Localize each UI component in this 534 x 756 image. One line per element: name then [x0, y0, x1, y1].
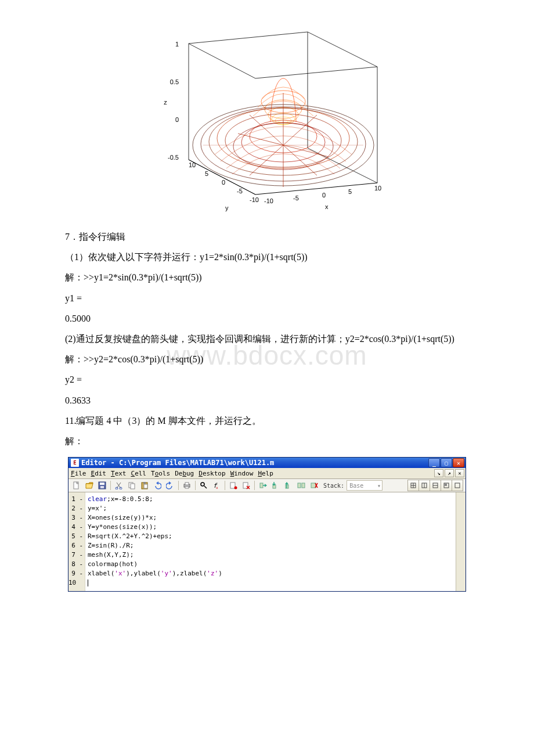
maximize-button[interactable]: ▢ — [441, 458, 452, 467]
surface-plot: 1 0.5 0 -0.5 z 10 5 0 -5 -10 y -10 -5 0 … — [134, 17, 400, 215]
toolbar: fx Stack: Base▾ — [68, 479, 466, 492]
svg-point-57 — [201, 483, 204, 486]
line-gutter: 1 -2 -3 -4 -5 -6 -7 -8 -9 -10 — [68, 492, 85, 591]
q7-1-out-name: y1 = — [46, 288, 488, 308]
svg-text:-5: -5 — [237, 188, 243, 195]
svg-rect-41 — [100, 483, 104, 485]
menu-text[interactable]: Text — [111, 470, 127, 477]
svg-text:0: 0 — [175, 116, 179, 123]
step-in-icon[interactable] — [270, 480, 282, 491]
layout-2-icon[interactable] — [419, 480, 430, 491]
svg-line-58 — [204, 486, 207, 488]
svg-rect-55 — [185, 483, 189, 485]
svg-rect-66 — [260, 483, 263, 488]
svg-text:0.5: 0.5 — [170, 78, 179, 85]
layout-4-icon[interactable] — [441, 480, 452, 491]
svg-text:-0.5: -0.5 — [168, 154, 179, 161]
editor-body: 1 -2 -3 -4 -5 -6 -7 -8 -9 -10 clear;x=-8… — [68, 492, 466, 591]
svg-rect-48 — [131, 484, 135, 489]
paste-icon[interactable] — [139, 480, 150, 491]
svg-text:5: 5 — [348, 188, 352, 195]
menu-edit[interactable]: Edit — [91, 470, 107, 477]
print-icon[interactable] — [181, 480, 193, 491]
heading-11: 11.编写题 4 中（3）的 M 脚本文件，并运行之。 — [46, 411, 488, 431]
undock-button[interactable]: ↗ — [445, 469, 454, 477]
svg-rect-63 — [243, 483, 248, 488]
menu-window[interactable]: Window — [230, 470, 254, 477]
svg-text:1: 1 — [175, 41, 179, 48]
new-file-icon[interactable] — [71, 480, 82, 491]
svg-rect-51 — [144, 484, 147, 488]
q7-1-out-val: 0.5000 — [46, 308, 488, 329]
menu-desktop[interactable]: Desktop — [199, 470, 225, 477]
q7-2-out-name: y2 = — [46, 369, 488, 390]
svg-text:0: 0 — [322, 192, 326, 199]
svg-text:10: 10 — [189, 161, 196, 168]
q7-1: （1）依次键入以下字符并运行：y1=2*sin(0.3*pi)/(1+sqrt(… — [46, 247, 488, 267]
svg-text:-10: -10 — [250, 196, 259, 203]
heading-7: 7．指令行编辑 — [46, 226, 488, 247]
window-title: Editor - C:\Program Files\MATLAB71\work\… — [81, 459, 428, 467]
run-icon[interactable] — [295, 480, 307, 491]
function-icon[interactable]: fx — [211, 480, 222, 491]
step-out-icon[interactable] — [283, 480, 294, 491]
svg-rect-73 — [302, 483, 305, 488]
open-file-icon[interactable] — [84, 480, 95, 491]
q11-sol: 解： — [46, 431, 488, 451]
title-bar[interactable]: E Editor - C:\Program Files\MATLAB71\wor… — [68, 458, 466, 468]
tab-close-button[interactable]: ✕ — [455, 469, 464, 477]
svg-rect-50 — [143, 482, 146, 484]
q7-2-sol: 解：>>y2=2*cos(0.3*pi)/(1+sqrt(5)) — [46, 349, 488, 369]
layout-5-icon[interactable] — [452, 480, 463, 491]
svg-text:-5: -5 — [293, 195, 299, 201]
copy-icon[interactable] — [126, 480, 138, 491]
menu-debug[interactable]: Debug — [175, 470, 194, 477]
clear-breakpoint-icon[interactable] — [240, 480, 252, 491]
exit-debug-icon[interactable] — [308, 480, 320, 491]
stack-label: Stack: — [323, 483, 344, 489]
close-button[interactable]: ✕ — [453, 458, 464, 467]
code-area[interactable]: clear;x=-8:0.5:8;y=x';X=ones(size(y))*x;… — [85, 492, 456, 591]
svg-text:x: x — [325, 203, 329, 210]
svg-marker-67 — [265, 484, 267, 487]
svg-marker-53 — [169, 481, 171, 485]
minimize-button[interactable]: _ — [428, 458, 440, 467]
q7-2: (2)通过反复按键盘的箭头键，实现指令回调和编辑，进行新的计算；y2=2*cos… — [46, 329, 488, 349]
svg-text:5: 5 — [205, 170, 208, 177]
svg-text:z: z — [164, 99, 167, 106]
svg-rect-56 — [185, 487, 189, 488]
svg-text:10: 10 — [374, 185, 381, 192]
save-icon[interactable] — [96, 480, 108, 491]
vertical-scrollbar[interactable] — [456, 492, 466, 591]
menu-bar: File Edit Text Cell Tools Debug Desktop … — [68, 468, 466, 479]
dock-curl-button[interactable]: ↘ — [434, 469, 443, 477]
svg-text:y: y — [225, 204, 229, 211]
menu-tools[interactable]: Tools — [151, 470, 170, 477]
q7-1-sol: 解：>>y1=2*sin(0.3*pi)/(1+sqrt(5)) — [46, 267, 488, 287]
svg-rect-42 — [100, 486, 104, 488]
svg-marker-71 — [285, 482, 288, 484]
menu-help[interactable]: Help — [258, 470, 273, 477]
matlab-editor-window: E Editor - C:\Program Files\MATLAB71\wor… — [68, 457, 466, 592]
step-icon[interactable] — [257, 480, 269, 491]
redo-icon[interactable] — [164, 480, 176, 491]
svg-rect-86 — [455, 483, 460, 488]
svg-point-62 — [234, 487, 237, 489]
layout-1-icon[interactable] — [407, 480, 419, 491]
menu-cell[interactable]: Cell — [131, 470, 147, 477]
svg-text:-10: -10 — [264, 197, 273, 204]
svg-text:0: 0 — [222, 179, 225, 186]
undo-icon[interactable] — [151, 480, 163, 491]
layout-3-icon[interactable] — [430, 480, 441, 491]
menu-file[interactable]: File — [71, 470, 86, 477]
find-icon[interactable] — [198, 480, 210, 491]
stack-select: Base▾ — [347, 480, 383, 491]
q7-2-out-val: 0.3633 — [46, 390, 488, 411]
svg-line-13 — [255, 183, 377, 195]
svg-marker-52 — [156, 481, 158, 485]
svg-rect-72 — [298, 483, 301, 488]
svg-rect-85 — [445, 484, 447, 486]
set-breakpoint-icon[interactable] — [228, 480, 239, 491]
svg-text:x: x — [216, 485, 218, 489]
cut-icon[interactable] — [113, 480, 125, 491]
